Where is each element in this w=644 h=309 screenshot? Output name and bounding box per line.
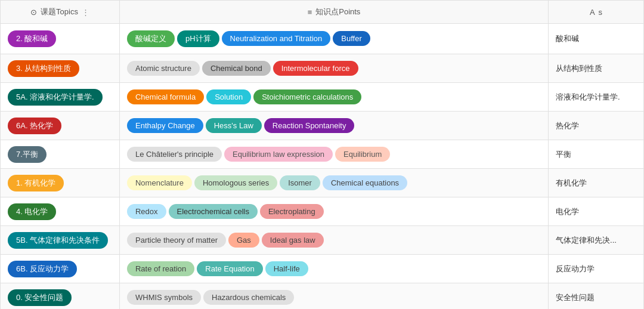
label-cell: 反应动力学 xyxy=(549,255,644,283)
topic-cell[interactable]: 1. 有机化学 xyxy=(1,169,120,197)
points-cell: Particle theory of matterGasIdeal gas la… xyxy=(119,226,548,255)
topic-cell[interactable]: 4. 电化学 xyxy=(1,197,120,226)
topic-cell[interactable]: 5B. 气体定律和先决条件 xyxy=(1,226,120,255)
topic-badge[interactable]: 3. 从结构到性质 xyxy=(8,60,79,77)
point-tag[interactable]: Chemical formula xyxy=(127,89,204,104)
points-list-icon: ≡ xyxy=(308,8,312,17)
table-row: 1. 有机化学NomenclatureHomologous seriesIsom… xyxy=(1,169,644,197)
topic-cell[interactable]: 0. 安全性问题 xyxy=(1,283,120,310)
label-cell: 安全性问题 xyxy=(549,283,644,310)
label-cell: 热化学 xyxy=(549,112,644,140)
point-tag[interactable]: Atomic structure xyxy=(127,61,200,76)
chinese-label-text: 酸和碱 xyxy=(556,34,579,43)
points-cell: Le Châtelier's principleEquilibrium law … xyxy=(119,140,548,169)
col-topic-header: ⊙ 课题Topics ⋮ xyxy=(1,1,120,24)
topic-badge[interactable]: 1. 有机化学 xyxy=(8,175,64,191)
points-cell: Atomic structureChemical bondIntermolecu… xyxy=(119,54,548,83)
label-cell: 溶液和化学计量学. xyxy=(549,83,644,112)
point-tag[interactable]: WHMIS symbols xyxy=(127,290,201,305)
table-row: 5A. 溶液和化学计量学.Chemical formulaSolutionSto… xyxy=(1,83,644,112)
chinese-label-text: 有机化学 xyxy=(556,178,587,187)
col-topic-label: 课题Topics xyxy=(41,7,78,17)
topic-cell[interactable]: 7.平衡 xyxy=(1,140,120,169)
topic-cell[interactable]: 6B. 反应动力学 xyxy=(1,255,120,283)
table-row: 4. 电化学RedoxElectrochemical cellsElectrop… xyxy=(1,197,644,226)
label-cell: 电化学 xyxy=(549,197,644,226)
table-row: 2. 酸和碱酸碱定义pH计算Neutralization and Titrati… xyxy=(1,24,644,54)
point-tag[interactable]: Le Châtelier's principle xyxy=(127,147,222,162)
point-tag[interactable]: Half-life xyxy=(265,261,308,276)
point-tag[interactable]: Reaction Spontaneity xyxy=(264,118,355,133)
point-tag[interactable]: Neutralization and Titration xyxy=(222,31,331,46)
point-tag[interactable]: 酸碱定义 xyxy=(127,30,175,47)
topic-badge[interactable]: 0. 安全性问题 xyxy=(8,289,72,306)
topic-badge[interactable]: 6A. 热化学 xyxy=(8,118,61,134)
table-row: 3. 从结构到性质Atomic structureChemical bondIn… xyxy=(1,54,644,83)
topic-cell[interactable]: 3. 从结构到性质 xyxy=(1,54,120,83)
point-tag[interactable]: Ideal gas law xyxy=(262,233,324,248)
topic-badge[interactable]: 4. 电化学 xyxy=(8,203,56,220)
point-tag[interactable]: Chemical equations xyxy=(323,175,407,190)
point-tag[interactable]: Electrochemical cells xyxy=(169,204,258,219)
col-points-header: ≡ 知识点Points xyxy=(119,1,548,24)
topic-badge[interactable]: 5A. 溶液和化学计量学. xyxy=(8,89,103,106)
point-tag[interactable]: Rate Equation xyxy=(197,261,262,276)
point-tag[interactable]: Equilibrium xyxy=(335,147,390,162)
col-points-label: 知识点Points xyxy=(315,7,360,17)
point-tag[interactable]: Nomenclature xyxy=(127,175,192,190)
main-container: ⊙ 课题Topics ⋮ ≡ 知识点Points A s xyxy=(0,0,644,309)
points-cell: 酸碱定义pH计算Neutralization and TitrationBuff… xyxy=(119,24,548,54)
point-tag[interactable]: Solution xyxy=(206,89,251,104)
chinese-label-text: 气体定律和先决... xyxy=(556,236,617,245)
table-body: 2. 酸和碱酸碱定义pH计算Neutralization and Titrati… xyxy=(1,24,644,310)
point-tag[interactable]: Enthalpy Change xyxy=(127,118,203,133)
point-tag[interactable]: Gas xyxy=(228,233,259,248)
points-cell: RedoxElectrochemical cellsElectroplating xyxy=(119,197,548,226)
point-tag[interactable]: Hess's Law xyxy=(206,118,262,133)
chinese-label-text: 安全性问题 xyxy=(556,293,595,302)
topic-cell[interactable]: 6A. 热化学 xyxy=(1,112,120,140)
table-row: 5B. 气体定律和先决条件Particle theory of matterGa… xyxy=(1,226,644,255)
chinese-label-text: 从结构到性质 xyxy=(556,64,602,73)
table-row: 0. 安全性问题WHMIS symbolsHazardous chemicals… xyxy=(1,283,644,310)
point-tag[interactable]: Isomer xyxy=(280,175,320,190)
point-tag[interactable]: Particle theory of matter xyxy=(127,233,226,248)
label-cell: 气体定律和先决... xyxy=(549,226,644,255)
topic-menu-icon[interactable]: ⋮ xyxy=(82,8,89,17)
point-tag[interactable]: Electroplating xyxy=(260,204,324,219)
table-row: 7.平衡Le Châtelier's principleEquilibrium … xyxy=(1,140,644,169)
point-tag[interactable]: Rate of reation xyxy=(127,261,194,276)
label-s-text: s xyxy=(599,8,603,17)
main-table: ⊙ 课题Topics ⋮ ≡ 知识点Points A s xyxy=(0,0,644,309)
point-tag[interactable]: Redox xyxy=(127,204,166,219)
chinese-label-text: 电化学 xyxy=(556,207,579,216)
label-cell: 有机化学 xyxy=(549,169,644,197)
topic-badge[interactable]: 2. 酸和碱 xyxy=(8,30,56,47)
topic-badge[interactable]: 6B. 反应动力学 xyxy=(8,261,77,277)
points-cell: Rate of reationRate EquationHalf-life xyxy=(119,255,548,283)
point-tag[interactable]: Chemical bond xyxy=(202,61,271,76)
table-header: ⊙ 课题Topics ⋮ ≡ 知识点Points A s xyxy=(1,1,644,24)
label-cell: 酸和碱 xyxy=(549,24,644,54)
point-tag[interactable]: Homologous series xyxy=(194,175,277,190)
label-cell: 从结构到性质 xyxy=(549,54,644,83)
topic-circle-icon: ⊙ xyxy=(30,8,37,17)
points-cell: Enthalpy ChangeHess's LawReaction Sponta… xyxy=(119,112,548,140)
point-tag[interactable]: Stoichiometric calculations xyxy=(253,89,361,104)
point-tag[interactable]: Hazardous chemicals xyxy=(203,290,294,305)
points-cell: NomenclatureHomologous seriesIsomerChemi… xyxy=(119,169,548,197)
point-tag[interactable]: Buffer xyxy=(333,31,370,46)
topic-badge[interactable]: 7.平衡 xyxy=(8,146,47,163)
point-tag[interactable]: Intermolecular force xyxy=(273,61,358,76)
chinese-label-text: 平衡 xyxy=(556,150,571,159)
col-label-header: A s xyxy=(549,1,644,24)
topic-badge[interactable]: 5B. 气体定律和先决条件 xyxy=(8,232,108,249)
chinese-label-text: 反应动力学 xyxy=(556,264,595,273)
label-a-icon: A xyxy=(590,8,595,17)
table-row: 6A. 热化学Enthalpy ChangeHess's LawReaction… xyxy=(1,112,644,140)
point-tag[interactable]: Equilibrium law expression xyxy=(224,147,333,162)
topic-cell[interactable]: 5A. 溶液和化学计量学. xyxy=(1,83,120,112)
chinese-label-text: 热化学 xyxy=(556,121,579,130)
point-tag[interactable]: pH计算 xyxy=(177,30,219,47)
topic-cell[interactable]: 2. 酸和碱 xyxy=(1,24,120,54)
